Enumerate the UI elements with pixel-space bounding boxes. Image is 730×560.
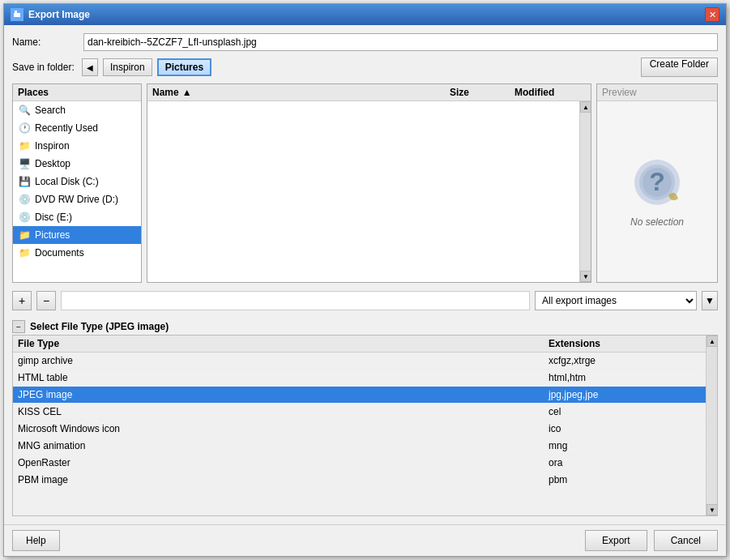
- section-header: − Select File Type (JPEG image): [12, 317, 718, 335]
- dialog-footer: Help Export Cancel: [4, 524, 726, 556]
- places-item-desktop[interactable]: 🖥️ Desktop: [13, 155, 141, 173]
- add-place-button[interactable]: +: [12, 291, 32, 310]
- ft-cell-type: MNG animation: [13, 438, 544, 454]
- ft-cell-ext: html,htm: [544, 370, 706, 386]
- savein-row: Save in folder: ◀ Inspiron Pictures Crea…: [12, 58, 718, 77]
- places-item-pictures[interactable]: 📁 Pictures: [13, 226, 141, 244]
- ft-row-gimp[interactable]: gimp archive xcfgz,xtrge: [13, 353, 706, 370]
- savein-label: Save in folder:: [12, 62, 77, 73]
- ft-cell-ext: jpg,jpeg,jpe: [544, 387, 706, 403]
- remove-place-button[interactable]: −: [36, 291, 56, 310]
- places-item-label: Search: [35, 105, 66, 116]
- ft-scrollbar[interactable]: ▲ ▼: [706, 336, 717, 515]
- places-item-inspiron[interactable]: 📁 Inspiron: [13, 137, 141, 155]
- preview-panel: Preview ? No selection: [596, 83, 718, 283]
- file-panel-inner: ▲ ▼: [147, 101, 591, 282]
- ft-row-html[interactable]: HTML table html,htm: [13, 370, 706, 387]
- svg-text:?: ?: [649, 167, 665, 196]
- recently-used-icon: 🕐: [18, 122, 31, 135]
- places-item-label: Local Disk (C:): [35, 176, 99, 187]
- ft-cell-ext: mng: [544, 438, 706, 454]
- filter-dropdown-button[interactable]: ▼: [702, 291, 718, 310]
- section-title: Select File Type (JPEG image): [30, 321, 169, 332]
- file-list[interactable]: [147, 101, 579, 282]
- ft-scrollbar-up[interactable]: ▲: [707, 336, 717, 347]
- ft-col-ext[interactable]: Extensions: [544, 336, 706, 352]
- ft-cell-type: OpenRaster: [13, 455, 544, 471]
- ft-cell-type: gimp archive: [13, 353, 544, 369]
- places-panel: Places 🔍 Search 🕐 Recently Used 📁 Inspir…: [12, 83, 142, 283]
- file-col-size[interactable]: Size: [445, 84, 510, 100]
- dialog-body: Name: Save in folder: ◀ Inspiron Picture…: [4, 25, 726, 524]
- ft-table-inner: File Type Extensions gimp archive xcfgz,…: [13, 336, 717, 515]
- filetype-section: − Select File Type (JPEG image) File Typ…: [12, 317, 718, 516]
- bottom-bar: + − All export images JPEG image PNG ima…: [12, 291, 718, 310]
- file-list-header: Name ▲ Size Modified: [147, 84, 591, 101]
- places-item-search[interactable]: 🔍 Search: [13, 101, 141, 119]
- places-item-dvd-drive[interactable]: 💿 DVD RW Drive (D:): [13, 190, 141, 208]
- svg-rect-2: [15, 11, 17, 13]
- create-folder-button[interactable]: Create Folder: [641, 58, 718, 77]
- filetype-table-container: File Type Extensions gimp archive xcfgz,…: [12, 335, 718, 516]
- places-item-local-disk[interactable]: 💾 Local Disk (C:): [13, 173, 141, 190]
- ft-col-type[interactable]: File Type: [13, 336, 544, 352]
- nav-back-button[interactable]: ◀: [82, 58, 98, 76]
- places-item-label: Documents: [35, 247, 84, 259]
- help-button[interactable]: Help: [12, 530, 60, 551]
- ft-cell-type: KISS CEL: [13, 404, 544, 420]
- places-item-label: Recently Used: [35, 122, 98, 134]
- preview-label: Preview: [597, 84, 717, 101]
- ft-row-mswin-icon[interactable]: Microsoft Windows icon ico: [13, 421, 706, 438]
- ft-cell-type: PBM image: [13, 472, 544, 488]
- file-scrollbar[interactable]: ▲ ▼: [579, 101, 591, 282]
- scrollbar-down-arrow[interactable]: ▼: [580, 271, 591, 282]
- app-icon: [11, 8, 23, 21]
- preview-content: ? No selection: [597, 101, 717, 282]
- places-item-disc[interactable]: 💿 Disc (E:): [13, 208, 141, 226]
- ft-scrollbar-down[interactable]: ▼: [707, 504, 717, 515]
- main-area: Places 🔍 Search 🕐 Recently Used 📁 Inspir…: [12, 83, 718, 283]
- name-label: Name:: [12, 36, 77, 48]
- drive-icon: 💾: [18, 175, 31, 188]
- ft-cell-ext: pbm: [544, 472, 706, 488]
- export-button[interactable]: Export: [585, 530, 647, 551]
- places-item-label: Desktop: [35, 158, 70, 169]
- title-bar: Export Image ✕: [4, 4, 726, 25]
- disc-icon: 💿: [18, 211, 31, 224]
- documents-icon: 📁: [18, 246, 31, 259]
- places-item-recently-used[interactable]: 🕐 Recently Used: [13, 119, 141, 137]
- places-item-label: Inspiron: [35, 140, 70, 152]
- action-buttons: Export Cancel: [585, 530, 718, 551]
- places-header: Places: [13, 84, 141, 101]
- ft-row-kiss[interactable]: KISS CEL cel: [13, 404, 706, 421]
- filter-select[interactable]: All export images JPEG image PNG image B…: [535, 291, 697, 310]
- ft-row-openraster[interactable]: OpenRaster ora: [13, 455, 706, 472]
- ft-cell-ext: ora: [544, 455, 706, 471]
- name-input[interactable]: [83, 33, 718, 51]
- ft-cell-ext: xcfgz,xtrge: [544, 353, 706, 369]
- close-button[interactable]: ✕: [705, 7, 719, 22]
- breadcrumb-inspiron[interactable]: Inspiron: [103, 58, 152, 76]
- cancel-button[interactable]: Cancel: [654, 530, 718, 551]
- dvd-icon: 💿: [18, 193, 31, 206]
- scrollbar-up-arrow[interactable]: ▲: [580, 101, 591, 113]
- filetype-header-row: File Type Extensions: [13, 336, 706, 353]
- export-image-dialog: Export Image ✕ Name: Save in folder: ◀ I…: [3, 3, 727, 557]
- breadcrumb-pictures[interactable]: Pictures: [157, 58, 211, 76]
- desktop-icon: 🖥️: [18, 157, 31, 170]
- file-col-name[interactable]: Name ▲: [147, 84, 445, 100]
- ft-row-pbm[interactable]: PBM image pbm: [13, 472, 706, 489]
- folder-icon: 📁: [18, 139, 31, 152]
- ft-cell-type: JPEG image: [13, 387, 544, 403]
- pictures-icon: 📁: [18, 229, 31, 242]
- ft-row-jpeg[interactable]: JPEG image jpg,jpeg,jpe: [13, 387, 706, 404]
- ft-row-mng[interactable]: MNG animation mng: [13, 438, 706, 455]
- section-toggle-button[interactable]: −: [12, 320, 25, 333]
- file-col-modified[interactable]: Modified: [510, 84, 591, 100]
- places-item-documents[interactable]: 📁 Documents: [13, 244, 141, 262]
- places-resize-handle[interactable]: [61, 291, 530, 310]
- places-item-label: Disc (E:): [35, 212, 72, 223]
- search-icon: 🔍: [18, 104, 31, 117]
- preview-question-icon: ?: [631, 156, 683, 208]
- svg-rect-1: [14, 13, 20, 17]
